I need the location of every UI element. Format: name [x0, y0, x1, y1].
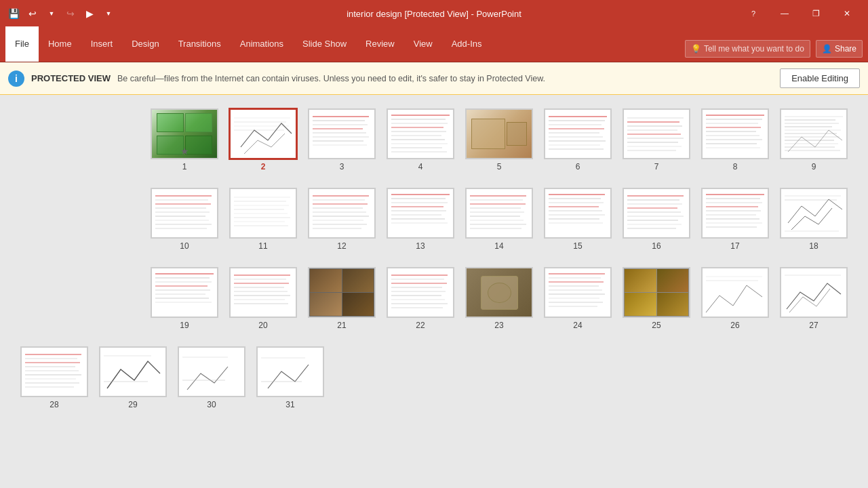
slide-item-8[interactable]: 8 — [701, 108, 769, 171]
slide-item-22[interactable]: 22 — [387, 267, 454, 330]
tab-design[interactable]: Design — [122, 26, 168, 62]
minimize-button[interactable]: — — [769, 0, 800, 27]
titlebar: 💾 ↩ ▼ ↪ ▶ ▼ interior design [Protected V… — [0, 0, 868, 27]
slide-item-14[interactable]: 14 — [465, 188, 533, 251]
slide-thumb-6 — [544, 108, 612, 159]
slide-num-18: 18 — [809, 241, 818, 251]
slide-num-23: 23 — [494, 321, 503, 330]
slide-item-10[interactable]: 10 — [151, 188, 218, 251]
slide-thumb-1: ★ — [151, 108, 218, 159]
slide-row-4: 31 30 29 28 — [20, 346, 848, 409]
svg-rect-148 — [781, 268, 846, 317]
lightbulb-icon: 💡 — [691, 44, 701, 54]
slide-item-27[interactable]: 27 — [780, 267, 848, 330]
slide-item-6[interactable]: 6 — [544, 108, 612, 171]
slide-num-31: 31 — [285, 400, 294, 409]
slide-item-26[interactable]: 26 — [701, 267, 769, 330]
slide-item-7[interactable]: 7 — [623, 108, 690, 171]
slide-item-9[interactable]: 9 — [780, 108, 848, 171]
svg-rect-12 — [703, 110, 768, 158]
slide-item-5[interactable]: 5 — [465, 108, 533, 171]
slide-item-21[interactable]: 21 — [308, 267, 376, 330]
share-button[interactable]: 👤 Share — [816, 40, 863, 58]
quick-access-toolbar: 💾 ↩ ▼ ↪ ▶ ▼ — [5, 5, 117, 22]
svg-rect-110 — [388, 189, 453, 237]
slide-thumb-24 — [544, 267, 612, 318]
slide-item-13[interactable]: 13 — [387, 188, 454, 251]
slide-thumb-30 — [178, 346, 245, 397]
slide-item-17[interactable]: 17 — [701, 188, 769, 251]
slide-thumb-29 — [99, 346, 167, 397]
info-icon: i — [8, 70, 24, 87]
undo-dropdown-icon[interactable]: ▼ — [43, 5, 60, 22]
undo-icon[interactable]: ↩ — [24, 5, 41, 22]
slide-item-29[interactable]: 29 — [99, 346, 167, 409]
tab-slideshow[interactable]: Slide Show — [293, 26, 356, 62]
slide-item-20[interactable]: 20 — [229, 267, 297, 330]
slide-num-3: 3 — [340, 162, 344, 171]
slide-num-12: 12 — [337, 241, 346, 251]
help-icon[interactable]: ? — [738, 0, 769, 27]
slide-num-20: 20 — [258, 321, 267, 330]
tab-view[interactable]: View — [404, 26, 442, 62]
slide-item-2[interactable]: 2 — [229, 108, 297, 171]
present-icon[interactable]: ▶ — [81, 5, 98, 22]
svg-rect-91 — [545, 189, 610, 237]
slide-num-16: 16 — [652, 241, 660, 251]
slide-item-31[interactable]: 31 — [256, 346, 324, 409]
svg-rect-129 — [231, 189, 296, 237]
slide-item-12[interactable]: 12 — [308, 188, 376, 251]
tab-addins[interactable]: Add-Ins — [442, 26, 492, 62]
slide-item-18[interactable]: 18 — [780, 188, 848, 251]
tab-animations[interactable]: Animations — [231, 26, 293, 62]
slide-item-28[interactable]: 28 — [20, 346, 88, 409]
slide-num-8: 8 — [733, 162, 738, 171]
search-box[interactable]: 💡 Tell me what you want to do — [685, 40, 810, 58]
slide-thumb-31 — [256, 346, 324, 397]
svg-rect-182 — [152, 268, 217, 317]
slide-num-15: 15 — [573, 241, 582, 251]
slide-thumb-17 — [701, 188, 769, 239]
slide-thumb-28 — [20, 346, 88, 397]
slide-item-15[interactable]: 15 — [544, 188, 612, 251]
slide-item-19[interactable]: 19 — [151, 267, 218, 330]
slide-item-11[interactable]: 11 — [229, 188, 297, 251]
tab-review[interactable]: Review — [356, 26, 404, 62]
save-icon[interactable]: 💾 — [5, 5, 22, 22]
slide-thumb-4 — [387, 108, 454, 159]
ribbon: File Home Insert Design Transitions Anim… — [0, 27, 868, 62]
restore-button[interactable]: ❐ — [800, 0, 831, 27]
slide-thumb-2 — [229, 108, 297, 159]
slide-num-21: 21 — [337, 321, 346, 330]
slide-thumb-22 — [387, 267, 454, 318]
slide-row-2: 18 17 16 15 14 — [20, 188, 848, 251]
slide-item-16[interactable]: 16 — [623, 188, 690, 251]
slide-item-1[interactable]: ★ 1 — [151, 108, 218, 171]
redo-icon[interactable]: ↪ — [62, 5, 79, 22]
slide-num-5: 5 — [497, 162, 502, 171]
slide-num-10: 10 — [180, 241, 189, 251]
enable-editing-button[interactable]: Enable Editing — [780, 68, 860, 88]
person-icon: 👤 — [822, 44, 832, 54]
svg-rect-138 — [152, 189, 217, 237]
slide-thumb-13 — [387, 188, 454, 239]
slide-item-4[interactable]: 4 — [387, 108, 454, 171]
svg-rect-81 — [624, 189, 689, 237]
tab-insert[interactable]: Insert — [81, 26, 123, 62]
customize-icon[interactable]: ▼ — [100, 5, 117, 22]
slide-item-23[interactable]: 23 — [465, 267, 533, 330]
slide-thumb-12 — [308, 188, 376, 239]
slide-thumb-3 — [308, 108, 376, 159]
tab-transitions[interactable]: Transitions — [169, 26, 231, 62]
svg-rect-62 — [231, 110, 296, 158]
search-placeholder: Tell me what you want to do — [704, 44, 804, 54]
slide-item-24[interactable]: 24 — [544, 267, 612, 330]
slide-item-30[interactable]: 30 — [178, 346, 245, 409]
close-button[interactable]: ✕ — [831, 0, 863, 27]
svg-rect-22 — [624, 110, 689, 158]
tab-file[interactable]: File — [5, 26, 39, 62]
tab-home[interactable]: Home — [39, 26, 81, 62]
slide-item-25[interactable]: 25 — [623, 267, 690, 330]
slide-item-3[interactable]: 3 — [308, 108, 376, 171]
slide-thumb-16 — [623, 188, 690, 239]
